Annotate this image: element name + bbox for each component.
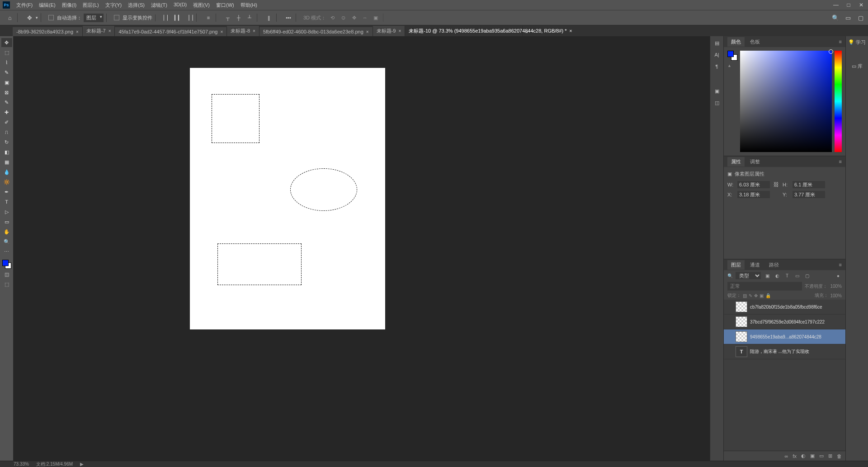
- layer-name[interactable]: cb7fa820b0f15de1b8a05fbcd98f6ce: [750, 305, 822, 310]
- move-tool[interactable]: ✥: [1, 38, 12, 47]
- menu-layer[interactable]: 图层(L): [80, 1, 101, 10]
- fill-value[interactable]: 100%: [830, 293, 842, 298]
- menu-image[interactable]: 图像(I): [59, 1, 79, 10]
- menu-filter[interactable]: 滤镜(T): [148, 1, 170, 10]
- link-layers-icon[interactable]: ∞: [785, 453, 788, 459]
- panel-menu-icon[interactable]: ≡: [839, 262, 842, 267]
- canvas-area[interactable]: [14, 36, 710, 461]
- color-swatch[interactable]: [1, 260, 12, 269]
- align-bottom-icon[interactable]: ┴: [245, 14, 254, 22]
- tab-close-icon[interactable]: ×: [253, 29, 255, 33]
- filter-type-icon[interactable]: T: [783, 272, 791, 279]
- pen-tool[interactable]: ✒: [1, 187, 12, 196]
- align-middle-icon[interactable]: ┼: [234, 14, 243, 22]
- layer-thumb[interactable]: [736, 331, 747, 342]
- clone-stamp-tool[interactable]: ⎍: [1, 128, 12, 137]
- lock-all-icon[interactable]: 🔒: [765, 293, 771, 298]
- adjustment-layer-icon[interactable]: ▣: [810, 453, 815, 459]
- edit-toolbar-icon[interactable]: ⋯: [1, 247, 12, 256]
- search-icon[interactable]: 🔍: [831, 13, 840, 22]
- path-select-tool[interactable]: ▷: [1, 207, 12, 216]
- trash-icon[interactable]: 🗑: [837, 453, 842, 459]
- width-input[interactable]: [737, 181, 770, 188]
- auto-select-target-select[interactable]: 图层: [84, 14, 104, 22]
- rectangle-tool[interactable]: ▭: [1, 217, 12, 226]
- libraries-panel-button[interactable]: ▭库: [852, 63, 863, 70]
- panel-icon[interactable]: ◫: [712, 99, 722, 107]
- tab-channels[interactable]: 通道: [746, 260, 764, 270]
- crop-tool[interactable]: ▣: [1, 78, 12, 87]
- tab-close-icon[interactable]: ×: [76, 29, 79, 34]
- history-brush-tool[interactable]: ↻: [1, 138, 12, 147]
- character-panel-icon[interactable]: A|: [712, 51, 722, 59]
- tab-close-icon[interactable]: ×: [398, 29, 401, 33]
- link-wh-icon[interactable]: ⛓: [774, 181, 779, 188]
- tab-close-icon[interactable]: ×: [220, 29, 223, 34]
- maximize-button[interactable]: □: [844, 2, 853, 8]
- close-button[interactable]: ✕: [857, 2, 865, 8]
- layer-thumb[interactable]: [736, 316, 747, 327]
- layer-thumb[interactable]: [736, 301, 747, 312]
- tab-swatches[interactable]: 色板: [746, 37, 764, 47]
- more-options-icon[interactable]: •••: [284, 14, 293, 22]
- layer-row[interactable]: cb7fa820b0f15de1b8a05fbcd98f6ce: [724, 300, 845, 315]
- layer-fx-icon[interactable]: fx: [793, 453, 797, 459]
- blend-mode-select[interactable]: 正常: [727, 282, 802, 291]
- align-vertical-icon[interactable]: ‖: [264, 14, 274, 22]
- lock-artboard-icon[interactable]: ▣: [760, 293, 764, 298]
- screenmode-tool[interactable]: ⬚: [1, 280, 12, 289]
- quickmask-tool[interactable]: ◫: [1, 270, 12, 279]
- minimize-button[interactable]: —: [832, 2, 840, 8]
- layer-thumb-type[interactable]: T: [736, 346, 747, 357]
- align-right-icon[interactable]: ▕▕: [184, 14, 193, 22]
- layer-row[interactable]: 37bcd75f96259e2d0694fce1797c222: [724, 315, 845, 329]
- group-icon[interactable]: ▭: [819, 453, 824, 459]
- tab-close-icon[interactable]: ×: [366, 29, 369, 34]
- hand-tool[interactable]: ✋: [1, 227, 12, 236]
- dodge-tool[interactable]: 🔆: [1, 177, 12, 186]
- layer-name[interactable]: 9498655e19aba9...a862074844c28: [750, 334, 821, 339]
- tab-paths[interactable]: 路径: [765, 260, 783, 270]
- workspace-icon[interactable]: ▭: [844, 13, 853, 22]
- layer-name[interactable]: 陆游，南宋著 ...他为了实现收: [750, 348, 809, 355]
- eraser-tool[interactable]: ◧: [1, 148, 12, 157]
- height-input[interactable]: [793, 181, 825, 188]
- y-input[interactable]: [793, 191, 825, 198]
- x-input[interactable]: [737, 191, 770, 198]
- blur-tool[interactable]: 💧: [1, 167, 12, 176]
- color-field[interactable]: [740, 51, 832, 152]
- panel-menu-icon[interactable]: ≡: [839, 39, 842, 44]
- menu-file[interactable]: 文件(F): [14, 1, 35, 10]
- document-tab[interactable]: 未标题-9×: [373, 26, 406, 36]
- tab-close-icon[interactable]: ×: [108, 29, 111, 33]
- tab-color[interactable]: 颜色: [727, 37, 745, 47]
- document-tab[interactable]: 未标题-7×: [83, 26, 115, 36]
- align-center-icon[interactable]: ▎▎: [174, 14, 183, 22]
- lock-transparent-icon[interactable]: ▨: [743, 293, 747, 298]
- menu-window[interactable]: 窗口(W): [213, 1, 237, 10]
- layer-name[interactable]: 37bcd75f96259e2d0694fce1797c222: [750, 319, 825, 324]
- magic-wand-tool[interactable]: ✎: [1, 68, 12, 77]
- tab-adjustments[interactable]: 调整: [746, 157, 764, 167]
- marquee-tool[interactable]: ⬚: [1, 48, 12, 57]
- menu-3d[interactable]: 3D(D): [171, 1, 189, 10]
- healing-tool[interactable]: ✚: [1, 108, 12, 117]
- learn-panel-button[interactable]: 💡学习: [848, 39, 866, 46]
- opacity-value[interactable]: 100%: [830, 284, 842, 289]
- filter-shape-icon[interactable]: ▭: [793, 272, 801, 279]
- new-layer-icon[interactable]: ⊞: [828, 453, 832, 459]
- filter-pixel-icon[interactable]: ▣: [764, 272, 771, 279]
- menu-select[interactable]: 选择(S): [125, 1, 147, 10]
- lock-position-icon[interactable]: ✥: [754, 293, 758, 298]
- document-tab[interactable]: -8b99-36292c8a4923.png×: [13, 27, 83, 36]
- document-tab-active[interactable]: 未标题-10 @ 73.3% (9498655e19aba935a6a86207…: [405, 26, 523, 36]
- frame-tool[interactable]: ⊠: [1, 88, 12, 97]
- type-tool[interactable]: T: [1, 197, 12, 206]
- auto-select-checkbox[interactable]: [48, 15, 54, 20]
- lasso-tool[interactable]: ⌇: [1, 58, 12, 67]
- panel-icon[interactable]: ▣: [712, 87, 722, 95]
- home-icon[interactable]: ⌂: [5, 13, 14, 22]
- zoom-level[interactable]: 73.33%: [14, 462, 29, 467]
- move-tool-icon[interactable]: ✥: [25, 13, 34, 22]
- document-tab[interactable]: 未标题-8×: [227, 26, 259, 36]
